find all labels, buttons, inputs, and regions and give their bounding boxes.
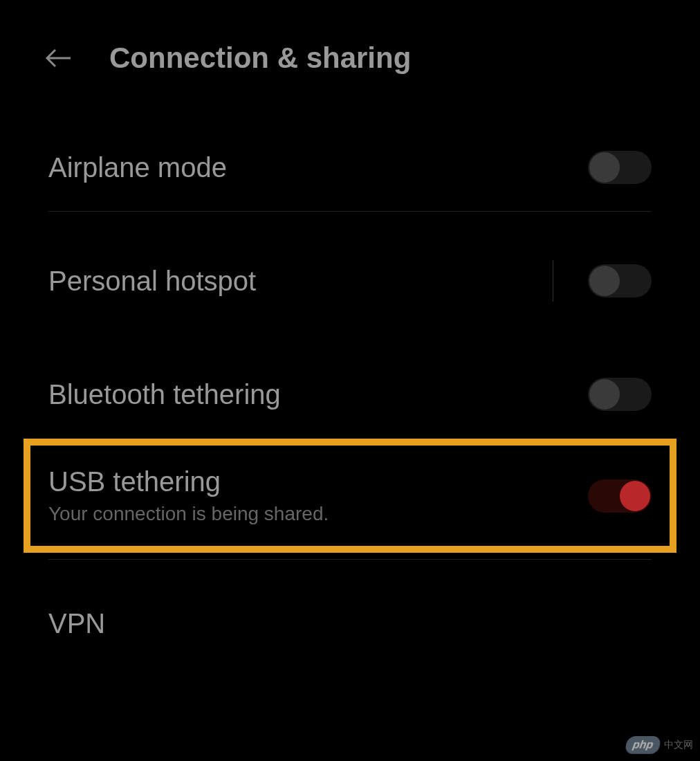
watermark: php 中文网 [626,736,693,754]
toggle-knob-icon [589,266,620,296]
setting-row-airplane-mode[interactable]: Airplane mode [48,123,652,212]
watermark-text: 中文网 [664,739,693,751]
setting-row-vpn[interactable]: VPN [48,580,652,667]
toggle-knob-icon [620,481,650,511]
page-title: Connection & sharing [109,42,411,75]
bluetooth-tethering-label: Bluetooth tethering [48,379,588,410]
usb-tethering-highlight: USB tethering Your connection is being s… [24,439,676,553]
toggle-knob-icon [589,152,620,183]
usb-tethering-toggle[interactable] [588,479,652,513]
watermark-logo: php [624,736,661,754]
bluetooth-tethering-toggle[interactable] [588,378,652,411]
personal-hotspot-label: Personal hotspot [48,266,553,297]
vpn-label: VPN [48,608,652,639]
toggle-knob-icon [589,379,620,410]
back-icon[interactable] [42,42,75,75]
vertical-divider [553,260,553,302]
setting-row-bluetooth-tethering[interactable]: Bluetooth tethering [48,350,652,439]
setting-row-personal-hotspot[interactable]: Personal hotspot [48,232,652,329]
header: Connection & sharing [0,0,700,102]
personal-hotspot-toggle[interactable] [588,264,652,297]
usb-tethering-subtitle: Your connection is being shared. [48,503,588,525]
airplane-mode-toggle[interactable] [588,151,652,184]
divider [48,553,652,560]
settings-list: Airplane mode Personal hotspot Bluetooth… [0,102,700,667]
airplane-mode-label: Airplane mode [48,152,588,183]
usb-tethering-label: USB tethering [48,466,588,497]
